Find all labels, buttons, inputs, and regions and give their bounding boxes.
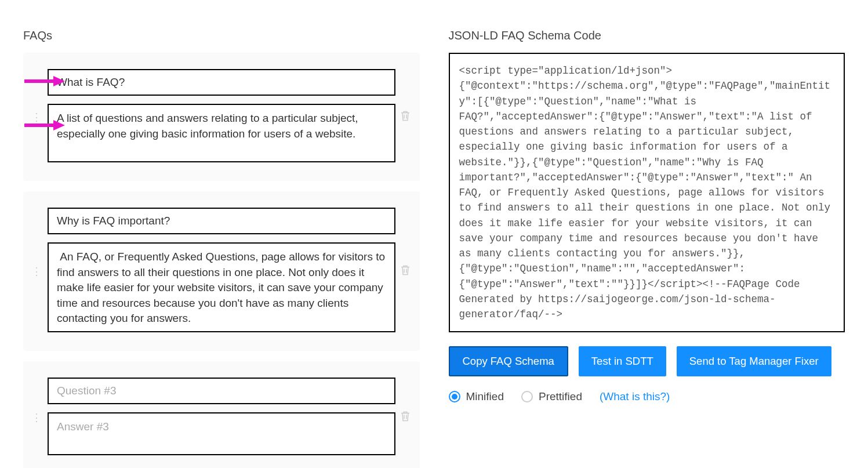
answer-textarea[interactable] (48, 412, 395, 455)
minified-label: Minified (466, 390, 504, 403)
trash-icon (400, 264, 411, 275)
prettified-radio[interactable]: Prettified (521, 390, 582, 403)
radio-icon (521, 391, 533, 402)
faqs-title: FAQs (23, 29, 420, 42)
schema-code-box[interactable]: <script type="application/ld+json">{"@co… (449, 53, 845, 332)
trash-icon (400, 411, 411, 422)
answer-textarea[interactable] (48, 242, 395, 332)
delete-faq-button[interactable] (398, 408, 413, 427)
copy-schema-button[interactable]: Copy FAQ Schema (449, 346, 568, 376)
faq-card (23, 361, 420, 468)
prettified-label: Prettified (539, 390, 582, 403)
delete-faq-button[interactable] (398, 262, 413, 281)
what-is-this-link[interactable]: (What is this?) (600, 390, 670, 403)
button-row: Copy FAQ Schema Test in SDTT Send to Tag… (449, 346, 845, 376)
trash-icon (400, 110, 411, 121)
faqs-panel: FAQs + Add another FAQ (23, 29, 420, 468)
delete-faq-button[interactable] (398, 107, 413, 126)
faq-card (23, 53, 420, 181)
minified-radio[interactable]: Minified (449, 390, 504, 403)
question-input[interactable] (48, 208, 395, 234)
send-tag-manager-button[interactable]: Send to Tag Manager Fixer (677, 346, 831, 376)
question-input[interactable] (48, 378, 395, 404)
schema-title: JSON-LD FAQ Schema Code (449, 29, 845, 42)
test-sdtt-button[interactable]: Test in SDTT (579, 346, 666, 376)
format-radio-row: Minified Prettified (What is this?) (449, 390, 845, 403)
schema-panel: JSON-LD FAQ Schema Code <script type="ap… (449, 29, 845, 468)
radio-icon (449, 391, 460, 402)
faq-card (23, 191, 420, 351)
question-input[interactable] (48, 69, 395, 96)
answer-textarea[interactable] (48, 104, 395, 162)
